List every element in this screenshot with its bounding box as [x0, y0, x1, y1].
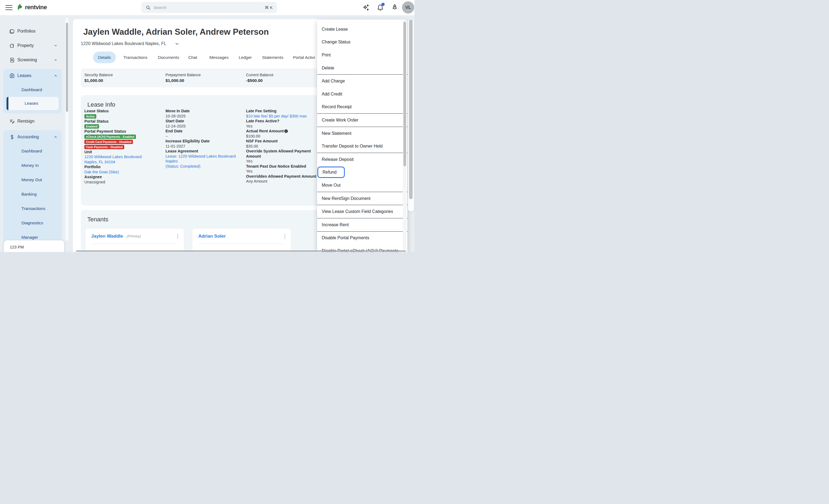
sidebar-item-banking[interactable]: Banking: [3, 187, 62, 201]
lease-agreement-link-line2[interactable]: Naples: [166, 159, 178, 163]
late-fee-setting-link[interactable]: $10 late fee/ $5 per day/ $300 max: [246, 114, 307, 118]
sidebar-item-screening[interactable]: Screening: [0, 53, 65, 67]
portfolio-link[interactable]: Dak the Goat (Sike): [84, 170, 119, 174]
sidebar-item-leases-dashboard[interactable]: Dashboard: [3, 82, 62, 97]
property-address: 1220 Wildwood Lakes Boulevard Naples, FL: [81, 41, 179, 46]
rentvine-logo[interactable]: rentvine: [17, 3, 47, 12]
document-search-icon: [9, 57, 15, 63]
ai-sparkles-icon[interactable]: [362, 3, 370, 12]
sidebar-item-money-out[interactable]: Money Out: [3, 173, 62, 187]
tab-ledger[interactable]: Ledger: [239, 51, 252, 63]
menu-group: View Lease Custom Field Categories: [317, 205, 407, 218]
menu-item-record-receipt[interactable]: Record Receipt: [317, 101, 407, 114]
sidebar-item-label: Property: [17, 43, 34, 48]
kebab-menu-icon[interactable]: ⋮: [282, 234, 287, 239]
house-icon: [9, 43, 15, 48]
menu-item-add-charge[interactable]: Add Charge: [317, 75, 407, 87]
tenant-past-due-notice-label: Tenant Past Due Notice Enabled: [246, 164, 320, 169]
chevron-up-icon: [54, 74, 58, 78]
user-avatar[interactable]: VL: [402, 1, 414, 13]
tab-documents[interactable]: Documents: [158, 51, 179, 63]
sidebar-scrollbar-thumb[interactable]: [66, 23, 68, 112]
topbar: rentvine ⌘ K VL: [0, 0, 414, 15]
move-in-date-label: Move In Date: [166, 108, 243, 114]
notifications-bell-icon[interactable]: [376, 3, 385, 12]
chevron-down-icon: [54, 58, 58, 62]
menu-item-transfer-deposit[interactable]: Transfer Deposit to Owner Held: [317, 140, 407, 153]
unit-link-line2[interactable]: Naples, FL 34104: [84, 160, 115, 164]
sidebar-item-diagnostics[interactable]: Diagnostics: [3, 216, 62, 230]
page-vertical-scrollbar-track[interactable]: [408, 19, 414, 212]
actual-rent-amount-value: $100.00: [246, 134, 320, 139]
menu-item-new-rentsign-document[interactable]: New RentSign Document: [317, 192, 407, 205]
late-fees-active-label: Late Fees Active?: [246, 118, 320, 124]
tenants-title: Tenants: [87, 216, 108, 223]
menu-item-refund-highlighted[interactable]: Refund: [317, 166, 407, 179]
logo-text: rentvine: [25, 4, 47, 11]
menu-item-release-deposit[interactable]: Release Deposit: [317, 153, 407, 166]
sidebar-scrollbar-track[interactable]: [65, 18, 69, 241]
menu-group: Disable Portal Payments Disable Portal e…: [317, 231, 407, 252]
menu-item-view-lease-custom-field-categories[interactable]: View Lease Custom Field Categories: [317, 205, 407, 218]
menu-item-add-credit[interactable]: Add Credit: [317, 87, 407, 101]
lease-agreement-link-line1[interactable]: Lease: 1220 Wildwood Lakes Boulevard: [166, 154, 236, 158]
global-search[interactable]: ⌘ K: [141, 2, 277, 13]
current-balance-label: Current Balance: [246, 73, 274, 77]
lease-info-col-1: Lease Status Active Portal Status Enable…: [84, 108, 162, 184]
menu-item-create-work-order[interactable]: Create Work Order: [317, 114, 407, 127]
tenant-name-link[interactable]: Jaylen Waddle: [91, 233, 123, 239]
sidebar-item-leases-leases-active[interactable]: Leases: [6, 97, 59, 110]
menu-item-new-statement[interactable]: New Statement: [317, 127, 407, 140]
chevron-up-icon: [54, 135, 58, 139]
menu-item-move-out[interactable]: Move Out: [317, 179, 407, 192]
chevron-down-icon[interactable]: [175, 42, 179, 46]
tenant-name-link[interactable]: Adrian Soler: [198, 233, 226, 239]
tab-chat[interactable]: Chat: [188, 51, 197, 63]
tab-portal-activity[interactable]: Portal Activi: [293, 51, 315, 63]
menu-item-change-status[interactable]: Change Status: [317, 36, 407, 49]
lease-info-col-2: Move In Date 10-28-2025 Start Date 12-24…: [166, 108, 243, 169]
security-balance-value: $1,000.00: [84, 78, 103, 83]
divider: [198, 244, 283, 244]
sidebar-item-property[interactable]: Property: [0, 38, 65, 52]
increase-eligibility-date-value: 11-01-2027: [166, 144, 243, 149]
page-horizontal-scrollbar-thumb[interactable]: [76, 250, 406, 252]
tab-messages[interactable]: Messages: [209, 51, 229, 63]
clipboard-icon: [9, 73, 15, 79]
info-icon[interactable]: i: [284, 130, 288, 133]
sidebar-item-rentsign[interactable]: Rentsign: [0, 114, 65, 128]
tab-transactions[interactable]: Transactions: [123, 51, 147, 63]
menu-item-delete[interactable]: Delete: [317, 62, 407, 75]
menu-group: Create Work Order: [317, 113, 407, 127]
menu-item-create-lease[interactable]: Create Lease: [317, 23, 407, 36]
sidebar-item-accounting-dashboard[interactable]: Dashboard: [3, 144, 62, 158]
sidebar-item-money-in[interactable]: Money In: [3, 158, 62, 173]
rentvine-leaf-icon: [17, 3, 24, 12]
menu-group: Create Lease Change Status Print Delete: [317, 23, 407, 74]
sidebar-item-leases[interactable]: Leases: [3, 69, 62, 82]
refund-focus-ring[interactable]: Refund: [317, 167, 345, 178]
end-date-value: --: [166, 134, 243, 139]
menu-item-disable-portal-payments[interactable]: Disable Portal Payments: [317, 232, 407, 245]
sidebar-item-portfolios[interactable]: Portfolios: [0, 24, 65, 38]
menu-item-print[interactable]: Print: [317, 48, 407, 62]
current-balance-value: -$500.00: [246, 78, 262, 83]
sidebar-item-accounting[interactable]: Accounting: [3, 130, 62, 144]
kebab-menu-icon[interactable]: ⋮: [175, 234, 180, 239]
sidebar-item-label: Portfolios: [17, 29, 36, 34]
sidebar-item-label: Screening: [17, 58, 37, 62]
hamburger-menu-icon[interactable]: [5, 5, 12, 10]
tab-statements[interactable]: Statements: [262, 51, 283, 63]
sidebar-item-transactions[interactable]: Transactions: [3, 201, 62, 216]
menu-scrollbar-thumb[interactable]: [403, 22, 406, 166]
menu-group: Increase Rent: [317, 218, 407, 231]
unit-link-line1[interactable]: 1220 Wildwood Lakes Boulevard: [84, 155, 142, 159]
assignee-value: Unassigned: [84, 180, 162, 185]
cash-payments-badge: Cash Payments - Disabled: [84, 145, 124, 149]
search-input[interactable]: [153, 5, 262, 10]
rocket-icon[interactable]: [391, 3, 399, 12]
tab-details[interactable]: Details: [93, 51, 116, 63]
page-vertical-scrollbar-thumb[interactable]: [409, 20, 412, 199]
tenant-card-jaylen: Jaylen Waddle (Primary) ⋮: [85, 228, 184, 252]
menu-item-increase-rent[interactable]: Increase Rent: [317, 218, 407, 231]
